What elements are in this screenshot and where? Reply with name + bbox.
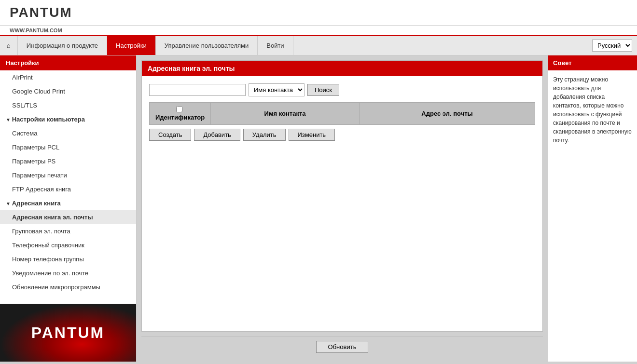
sidebar-item-email-notification[interactable]: Уведомление по эл. почте (0, 266, 136, 280)
tip-panel: Совет Эту страницу можно использовать дл… (548, 55, 637, 362)
sidebar-content: Настройки AirPrint Google Cloud Print SS… (0, 55, 136, 304)
search-row: Имя контакта Поиск (149, 83, 535, 96)
search-field-select[interactable]: Имя контакта (249, 83, 305, 96)
nav-right: Русский English (587, 36, 637, 55)
sidebar-item-ssl-tls[interactable]: SSL/TLS (0, 98, 136, 112)
table-header-email: Адрес эл. почты (359, 103, 535, 125)
add-button[interactable]: Добавить (194, 129, 240, 141)
contacts-table: Идентификатор Имя контакта Адрес эл. поч… (149, 102, 535, 125)
select-all-checkbox[interactable] (176, 106, 182, 112)
search-input[interactable] (149, 84, 246, 96)
table-header-id: Идентификатор (150, 103, 211, 125)
header: PANTUM (0, 0, 637, 26)
sidebar-item-google-cloud-print[interactable]: Google Cloud Print (0, 84, 136, 98)
nav-home-button[interactable]: ⌂ (0, 36, 18, 55)
main-layout: Настройки AirPrint Google Cloud Print SS… (0, 55, 637, 362)
sidebar-footer: PANTUM (0, 304, 136, 362)
sidebar: Настройки AirPrint Google Cloud Print SS… (0, 55, 137, 362)
sidebar-item-system[interactable]: Система (0, 126, 136, 140)
search-button[interactable]: Поиск (307, 84, 339, 96)
sidebar-header: Настройки (0, 55, 136, 70)
sidebar-footer-inner: PANTUM (0, 304, 136, 362)
nav-item-settings[interactable]: Настройки (107, 36, 156, 55)
nav-item-user-management[interactable]: Управление пользователями (156, 36, 258, 55)
content-panel: Адресная книга эл. почты Имя контакта По… (141, 60, 543, 332)
logo: PANTUM (10, 5, 627, 20)
tip-header: Совет (548, 55, 637, 70)
sidebar-item-group-email[interactable]: Групповая эл. почта (0, 224, 136, 238)
sidebar-item-airprint[interactable]: AirPrint (0, 70, 136, 84)
sidebar-footer-logo: PANTUM (31, 324, 105, 342)
sidebar-item-pcl-params[interactable]: Параметры PCL (0, 140, 136, 154)
language-select[interactable]: Русский English (592, 40, 632, 52)
sidebar-item-firmware-update[interactable]: Обновление микропрограммы (0, 280, 136, 294)
delete-button[interactable]: Удалить (243, 129, 286, 141)
update-button[interactable]: Обновить (316, 341, 369, 353)
sidebar-group-computer-settings[interactable]: Настройки компьютера (0, 112, 136, 126)
main-nav: ⌂ Информация о продукте Настройки Управл… (0, 36, 637, 55)
edit-button[interactable]: Изменить (289, 129, 335, 141)
content-panel-body: Имя контакта Поиск Идентификатор Имя кон… (142, 76, 542, 148)
table-header-name: Имя контакта (211, 103, 360, 125)
website-url: WWW.PANTUM.COM (10, 27, 62, 33)
create-button[interactable]: Создать (149, 129, 191, 141)
sidebar-item-ftp-address-book[interactable]: FTP Адресная книга (0, 182, 136, 196)
tip-body: Эту страницу можно использовать для доба… (548, 70, 637, 149)
action-row: Создать Добавить Удалить Изменить (149, 129, 535, 141)
sidebar-item-ps-params[interactable]: Параметры PS (0, 154, 136, 168)
top-bar: WWW.PANTUM.COM (0, 26, 637, 36)
content-panel-header: Адресная книга эл. почты (142, 61, 542, 76)
sidebar-item-phone-directory[interactable]: Телефонный справочник (0, 238, 136, 252)
sidebar-group-address-book[interactable]: Адресная книга (0, 196, 136, 210)
bottom-bar: Обновить (141, 337, 543, 357)
nav-item-product-info[interactable]: Информация о продукте (18, 36, 107, 55)
sidebar-item-print-params[interactable]: Параметры печати (0, 168, 136, 182)
sidebar-item-group-phone[interactable]: Номер телефона группы (0, 252, 136, 266)
content-area: Адресная книга эл. почты Имя контакта По… (137, 55, 548, 362)
sidebar-item-email-address-book[interactable]: Адресная книга эл. почты (0, 210, 136, 224)
nav-item-login[interactable]: Войти (258, 36, 293, 55)
